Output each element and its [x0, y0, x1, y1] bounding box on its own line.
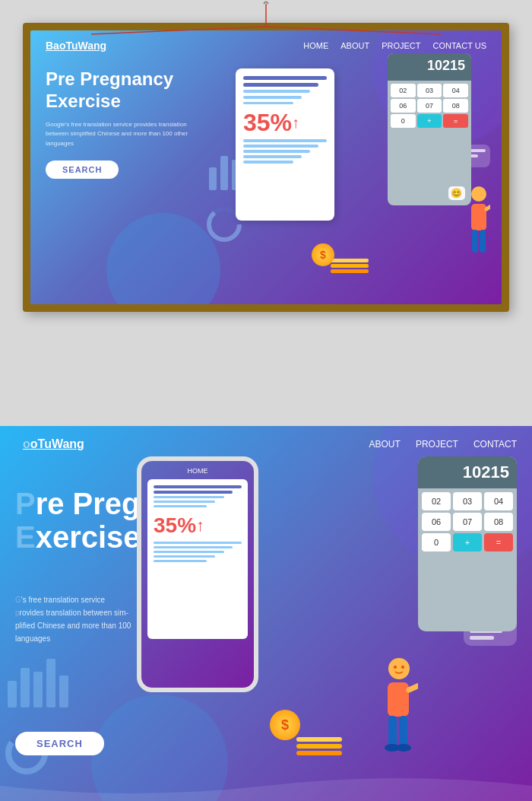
svg-rect-11	[471, 204, 486, 230]
calculator-bottom: 10215 02 03 04 06 07 08 0 + =	[418, 456, 517, 631]
bar-chart-bottom	[8, 654, 68, 707]
bottom-nav-link-about[interactable]: ABOUT	[369, 439, 401, 450]
svg-rect-29	[399, 716, 407, 748]
document-top: 35% ↑	[236, 68, 334, 221]
svg-point-24	[388, 658, 410, 679]
wave-bottom	[0, 771, 532, 801]
svg-rect-21	[59, 675, 68, 707]
calc-btn-08: 08	[484, 513, 513, 531]
phone-document: 35% ↑	[147, 479, 248, 639]
phone-screen: HOME 35% ↑	[141, 461, 254, 688]
calc-btn: 0	[391, 114, 416, 128]
hero-content-top: Pre Pregnancy Exercise Google's free tra…	[46, 68, 198, 179]
svg-rect-12	[472, 230, 478, 253]
calc-btn-equals: =	[443, 114, 468, 128]
bottom-nav: ooTuWang ABOUT PROJECT CONTACT	[0, 426, 532, 462]
bottom-hero-desc: G's free translation service provides tr…	[15, 593, 137, 645]
calc-btn-06: 06	[422, 513, 451, 531]
svg-rect-13	[480, 230, 486, 253]
doc-arrow-top: ↑	[292, 114, 299, 132]
calc-btn-0: 0	[422, 533, 451, 551]
svg-line-14	[486, 202, 490, 209]
svg-text:😊: 😊	[451, 187, 462, 199]
calc-number-bottom: 10215	[463, 462, 509, 482]
svg-rect-19	[33, 672, 43, 707]
person-svg-bottom	[357, 653, 418, 775]
svg-point-26	[401, 666, 404, 669]
calc-buttons-top: 02 03 04 06 07 08 0 + =	[388, 81, 471, 131]
svg-rect-27	[388, 682, 409, 717]
svg-line-32	[409, 682, 418, 690]
calc-btn: 03	[417, 84, 442, 97]
top-frame-inner: BaoTuWang HOME ABOUT PROJECT CONTACT US …	[30, 30, 502, 304]
calc-btn-plus: +	[417, 114, 442, 128]
doc-percent-top: 35%	[243, 110, 292, 135]
phone-home-label: HOME	[147, 467, 248, 475]
svg-rect-17	[8, 681, 17, 707]
person-svg-top: 😊	[445, 183, 490, 274]
phone-percent: 35%	[154, 513, 196, 538]
bottom-nav-brand: ooTuWang	[23, 437, 84, 451]
svg-rect-18	[21, 668, 30, 707]
svg-rect-20	[46, 659, 55, 707]
calc-btn: 04	[443, 84, 468, 97]
hero-title-top: Pre Pregnancy Exercise	[46, 68, 198, 113]
calc-btn-equals-bottom: =	[484, 533, 513, 551]
money-stack-bottom	[296, 737, 342, 755]
bottom-nav-link-project[interactable]: PROJECT	[416, 439, 458, 450]
calc-btn: 02	[391, 84, 416, 97]
calc-btn-02: 02	[422, 492, 451, 510]
calc-btn-04: 04	[484, 492, 513, 510]
svg-point-31	[396, 744, 411, 752]
person-bottom	[357, 653, 418, 778]
top-frame: BaoTuWang HOME ABOUT PROJECT CONTACT US …	[23, 23, 509, 312]
calc-btn: 06	[391, 99, 416, 113]
illustration-top: 35% ↑ 10215 02 03 0	[205, 53, 494, 289]
coin-top: $	[312, 243, 334, 266]
wire-hanger	[0, 0, 532, 46]
svg-line-1	[91, 27, 266, 34]
search-button-top[interactable]: SEARCH	[46, 161, 119, 179]
person-top: 😊	[445, 183, 490, 274]
bottom-frame: ooTuWang ABOUT PROJECT CONTACT Pre Pregn…	[0, 426, 532, 801]
bottom-nav-links: ABOUT PROJECT CONTACT	[369, 439, 517, 450]
calc-buttons-bottom: 02 03 04 06 07 08 0 + =	[418, 488, 517, 555]
calc-btn-plus-bottom: +	[453, 533, 482, 551]
svg-point-10	[471, 186, 486, 202]
search-button-bottom[interactable]: SEARCH	[15, 732, 104, 755]
calc-btn-03: 03	[453, 492, 482, 510]
svg-point-25	[394, 666, 397, 669]
phone-mockup: HOME 35% ↑	[137, 456, 258, 692]
calc-btn: 07	[417, 99, 442, 113]
svg-rect-28	[388, 716, 397, 748]
calc-btn: 08	[443, 99, 468, 113]
svg-rect-3	[209, 167, 217, 190]
svg-rect-4	[220, 156, 228, 190]
hero-desc-top: Google's free translation service provid…	[46, 120, 198, 149]
coin-bottom: $	[270, 710, 300, 740]
svg-line-2	[266, 27, 441, 34]
calc-btn-07: 07	[453, 513, 482, 531]
bottom-nav-link-contact[interactable]: CONTACT	[473, 439, 517, 450]
money-stack-top	[331, 259, 369, 274]
phone-arrow: ↑	[196, 516, 204, 536]
